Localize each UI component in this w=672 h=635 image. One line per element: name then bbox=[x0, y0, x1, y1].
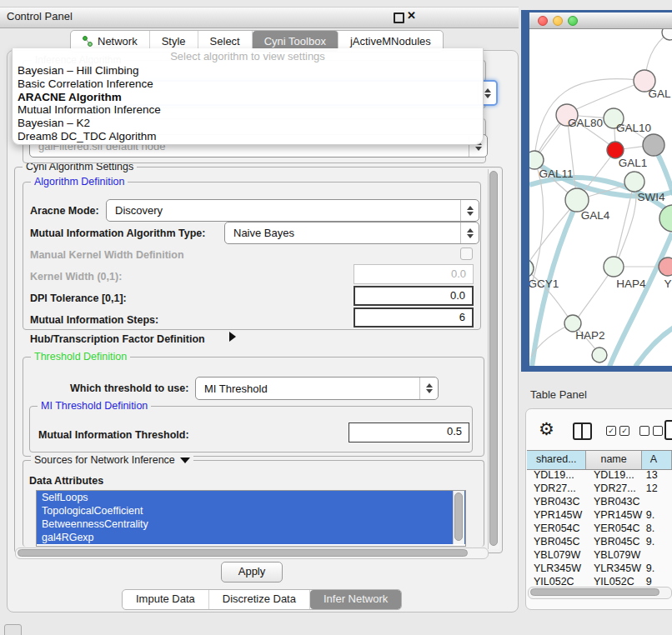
close-icon[interactable]: ✕ bbox=[407, 9, 416, 22]
network-node-gal11[interactable] bbox=[529, 151, 544, 169]
hub-expand-arrow-icon[interactable] bbox=[229, 332, 236, 342]
mi-threshold-label: Mutual Information Threshold: bbox=[38, 429, 189, 441]
settings-gear-icon[interactable]: ⚙ bbox=[539, 419, 554, 439]
table-row[interactable]: YDL19...YDL19...13 bbox=[527, 468, 672, 482]
network-edge[interactable] bbox=[609, 233, 672, 366]
node-label: GAL10 bbox=[616, 122, 651, 134]
network-window: GALGAL80GAL10GAL1GAL11SWI4GAL4GCY1HAP4YH… bbox=[521, 10, 672, 372]
network-node-swi4[interactable] bbox=[624, 172, 644, 192]
sources-group-title: Sources for Network Inference bbox=[31, 454, 193, 466]
apply-button[interactable]: Apply bbox=[221, 562, 283, 582]
network-node-y[interactable] bbox=[659, 258, 672, 276]
algorithm-definition-title: Algorithm Definition bbox=[31, 176, 128, 188]
algorithm-option[interactable]: Basic Correlation Inference bbox=[13, 78, 483, 91]
kernel-width-input[interactable]: 0.0 bbox=[354, 264, 474, 284]
bottom-tabs: Impute DataDiscretize DataInfer Network bbox=[122, 589, 402, 610]
settings-vertical-scrollbar[interactable] bbox=[488, 169, 499, 549]
node-label: GAL4 bbox=[581, 209, 610, 222]
float-window-icon[interactable] bbox=[394, 12, 404, 23]
network-edge[interactable] bbox=[569, 81, 644, 112]
column-header-third[interactable]: A bbox=[642, 451, 672, 469]
close-traffic-light-icon[interactable] bbox=[538, 16, 548, 26]
algorithm-option[interactable]: ARACNE Algorithm bbox=[13, 91, 483, 104]
document-icon[interactable] bbox=[664, 420, 672, 440]
combo-spinner-icon bbox=[419, 378, 438, 399]
deselect-all-checkboxes-icon[interactable] bbox=[639, 426, 663, 436]
data-attribute-item[interactable]: BetweennessCentrality bbox=[37, 518, 465, 531]
network-window-titlebar bbox=[529, 12, 672, 29]
column-header-name[interactable]: name bbox=[586, 451, 641, 469]
manual-kernel-label: Manual Kernel Width Definition bbox=[30, 249, 184, 261]
screen: Control Panel ✕ NetworkStyleSelectCyni T… bbox=[0, 0, 672, 635]
tab-infer-network[interactable]: Infer Network bbox=[310, 590, 401, 609]
mi-type-label: Mutual Information Algorithm Type: bbox=[30, 228, 205, 239]
table-row[interactable]: YER054CYER054C8. bbox=[527, 522, 672, 535]
dpi-tolerance-input[interactable]: 0.0 bbox=[354, 286, 474, 306]
data-attribute-item[interactable]: SelfLoops bbox=[37, 491, 465, 504]
minimized-panel-icon[interactable] bbox=[4, 624, 22, 635]
settings-horizontal-scrollbar[interactable] bbox=[15, 548, 489, 559]
node-label: SWI4 bbox=[637, 191, 664, 203]
network-canvas-svg: GALGAL80GAL10GAL1GAL11SWI4GAL4GCY1HAP4YH… bbox=[529, 29, 672, 366]
table-row[interactable]: YIL052CYIL052C9 bbox=[527, 575, 672, 585]
minimize-traffic-light-icon[interactable] bbox=[553, 16, 563, 26]
algorithm-list: Bayesian – Hill ClimbingBasic Correlatio… bbox=[13, 64, 483, 143]
table-row[interactable]: YBR043CYBR043C bbox=[527, 495, 672, 508]
mi-steps-label: Mutual Information Steps: bbox=[30, 314, 158, 326]
table-row[interactable]: YBR045CYBR045C9. bbox=[527, 535, 672, 548]
attributes-vertical-scrollbar[interactable] bbox=[453, 491, 464, 544]
data-attributes-list[interactable]: SelfLoopsTopologicalCoefficientBetweenne… bbox=[36, 490, 466, 547]
aracne-mode-combo[interactable]: Discovery bbox=[106, 199, 479, 222]
manual-kernel-checkbox[interactable] bbox=[460, 248, 473, 260]
network-canvas[interactable]: GALGAL80GAL10GAL1GAL11SWI4GAL4GCY1HAP4YH… bbox=[529, 29, 672, 366]
algorithm-option[interactable]: Bayesian – K2 bbox=[13, 117, 483, 130]
table-panel-title: Table Panel bbox=[530, 388, 587, 401]
data-attributes-label: Data Attributes bbox=[29, 475, 103, 487]
network-icon bbox=[83, 36, 93, 47]
data-attribute-item[interactable]: gal4RGexp bbox=[37, 531, 465, 544]
table-horizontal-scrollbar[interactable] bbox=[528, 587, 672, 599]
sources-collapse-arrow-icon[interactable] bbox=[180, 458, 190, 463]
algorithm-option[interactable]: Dream8 DC_TDC Algorithm bbox=[13, 130, 483, 143]
node-label: GAL80 bbox=[568, 117, 603, 129]
table-row[interactable]: YPR145WYPR145W9. bbox=[527, 508, 672, 522]
network-edge[interactable] bbox=[635, 328, 672, 366]
network-node-gal4[interactable] bbox=[565, 188, 589, 212]
combo-spinner-icon bbox=[460, 222, 479, 243]
algorithm-option[interactable]: Mutual Information Inference bbox=[13, 103, 483, 117]
which-threshold-label: Which threshold to use: bbox=[70, 382, 188, 394]
kernel-width-label: Kernel Width (0,1): bbox=[30, 271, 122, 282]
column-header-shared-name[interactable]: shared... bbox=[527, 451, 586, 469]
network-node-gcy1[interactable] bbox=[529, 259, 534, 278]
tab-impute-data[interactable]: Impute Data bbox=[123, 590, 209, 609]
table-row[interactable]: YLR345WYLR345W9. bbox=[527, 562, 672, 575]
table-row[interactable]: YDR27...YDR27...12 bbox=[527, 482, 672, 495]
control-panel-title: Control Panel bbox=[7, 10, 73, 22]
split-columns-icon[interactable] bbox=[573, 422, 592, 440]
dpi-tolerance-label: DPI Tolerance [0,1]: bbox=[30, 292, 127, 304]
algorithm-option[interactable]: Bayesian – Hill Climbing bbox=[13, 64, 483, 78]
threshold-definition-title: Threshold Definition bbox=[31, 351, 130, 362]
network-node-gal1[interactable] bbox=[607, 142, 624, 158]
hub-section-label: Hub/Transcription Factor Definition bbox=[30, 333, 205, 345]
network-node[interactable] bbox=[643, 134, 664, 156]
algorithm-placeholder: Select algorithm to view settings bbox=[13, 48, 483, 64]
network-node[interactable] bbox=[592, 348, 607, 362]
data-attribute-item[interactable]: TopologicalCoefficient bbox=[37, 504, 465, 518]
mi-steps-input[interactable]: 6 bbox=[354, 308, 474, 328]
network-node[interactable] bbox=[659, 205, 672, 232]
which-threshold-combo[interactable]: MI Threshold bbox=[195, 377, 439, 400]
network-node[interactable] bbox=[662, 29, 672, 40]
control-panel-titlebar bbox=[0, 7, 519, 28]
mi-type-combo[interactable]: Naive Bayes bbox=[224, 222, 479, 244]
mi-threshold-input[interactable]: 0.5 bbox=[349, 422, 469, 442]
select-all-checkboxes-icon[interactable]: ✓ ✓ bbox=[606, 426, 629, 436]
tab-discretize-data[interactable]: Discretize Data bbox=[209, 590, 310, 609]
table-rows: YDL19...YDL19...13YDR27...YDR27...12YBR0… bbox=[527, 468, 672, 585]
combo-spinner-icon bbox=[460, 200, 479, 221]
mi-threshold-group-title: MI Threshold Definition bbox=[38, 400, 151, 412]
network-edge[interactable] bbox=[529, 203, 575, 268]
zoom-traffic-light-icon[interactable] bbox=[568, 16, 578, 26]
table-row[interactable]: YBL079WYBL079W bbox=[527, 548, 672, 562]
network-node-hap4[interactable] bbox=[604, 257, 624, 277]
